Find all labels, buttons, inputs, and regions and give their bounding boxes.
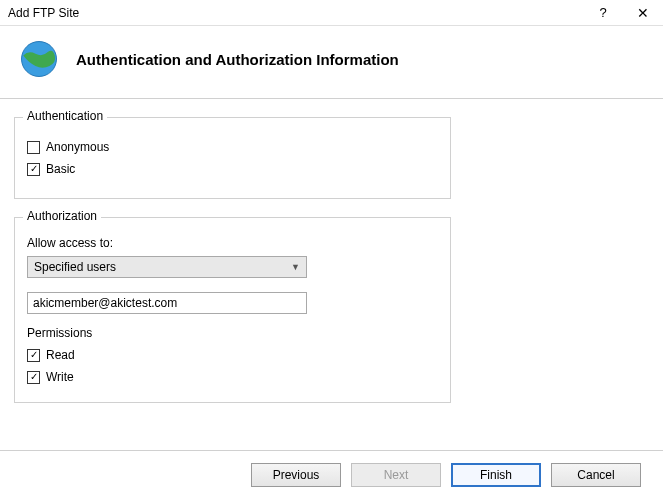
anonymous-checkbox[interactable]: [27, 141, 40, 154]
read-checkbox-row[interactable]: Read: [27, 348, 438, 362]
authorization-group-label: Authorization: [23, 209, 101, 223]
write-checkbox-row[interactable]: Write: [27, 370, 438, 384]
allow-access-label: Allow access to:: [27, 236, 438, 250]
anonymous-label: Anonymous: [46, 140, 109, 154]
page-title: Authentication and Authorization Informa…: [76, 51, 399, 68]
specified-users-input[interactable]: akicmember@akictest.com: [27, 292, 307, 314]
anonymous-checkbox-row[interactable]: Anonymous: [27, 140, 438, 154]
cancel-button[interactable]: Cancel: [551, 463, 641, 487]
authorization-group: Authorization Allow access to: Specified…: [14, 217, 451, 403]
authentication-group-label: Authentication: [23, 109, 107, 123]
basic-checkbox-row[interactable]: Basic: [27, 162, 438, 176]
close-button[interactable]: ✕: [623, 0, 663, 26]
chevron-down-icon: ▼: [291, 262, 300, 272]
wizard-header: Authentication and Authorization Informa…: [0, 26, 663, 98]
finish-button[interactable]: Finish: [451, 463, 541, 487]
content-area: Authentication Anonymous Basic Authoriza…: [0, 99, 663, 433]
help-button[interactable]: ?: [583, 0, 623, 26]
basic-label: Basic: [46, 162, 75, 176]
button-bar: Previous Next Finish Cancel: [251, 463, 641, 487]
titlebar: Add FTP Site ? ✕: [0, 0, 663, 26]
specified-users-value: akicmember@akictest.com: [33, 296, 177, 310]
read-checkbox[interactable]: [27, 349, 40, 362]
write-checkbox[interactable]: [27, 371, 40, 384]
dropdown-value: Specified users: [34, 260, 116, 274]
next-button: Next: [351, 463, 441, 487]
permissions-label: Permissions: [27, 326, 438, 340]
basic-checkbox[interactable]: [27, 163, 40, 176]
previous-button[interactable]: Previous: [251, 463, 341, 487]
globe-icon: [18, 38, 60, 80]
authentication-group: Authentication Anonymous Basic: [14, 117, 451, 199]
allow-access-dropdown[interactable]: Specified users ▼: [27, 256, 307, 278]
read-label: Read: [46, 348, 75, 362]
window-title: Add FTP Site: [8, 6, 583, 20]
write-label: Write: [46, 370, 74, 384]
footer-divider: [0, 450, 663, 451]
